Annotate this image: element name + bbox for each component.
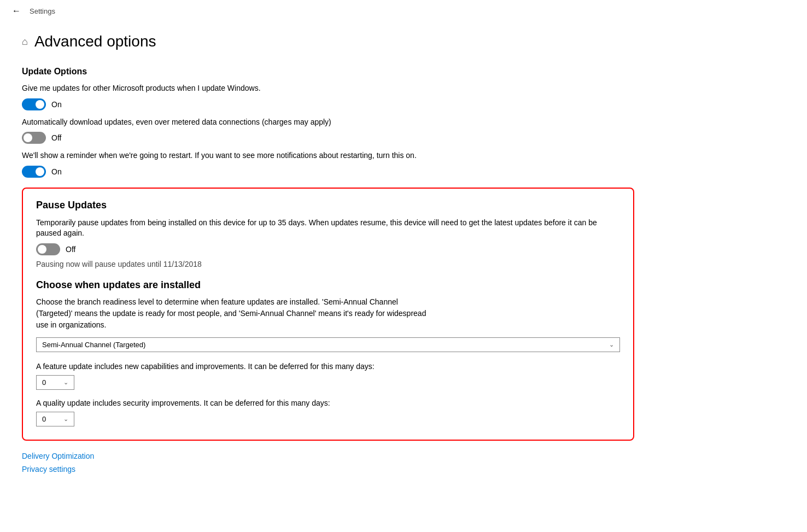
pause-updates-heading: Pause Updates xyxy=(36,200,620,211)
quality-defer-value: 0 xyxy=(42,415,46,423)
pause-toggle-label: Off xyxy=(66,245,75,254)
toggle2-switch[interactable] xyxy=(22,132,46,144)
privacy-settings-link[interactable]: Privacy settings xyxy=(22,465,634,473)
back-icon: ← xyxy=(12,6,21,16)
quality-defer-dropdown[interactable]: 0 ⌄ xyxy=(36,412,74,426)
toggle2-description: Automatically download updates, even ove… xyxy=(22,117,634,128)
branch-channel-dropdown[interactable]: Semi-Annual Channel (Targeted) ⌄ xyxy=(36,337,620,352)
toggle3-track xyxy=(22,166,46,178)
main-content: ⌂ Advanced options Update Options Give m… xyxy=(0,22,656,500)
pause-updates-box: Pause Updates Temporarily pause updates … xyxy=(22,188,634,441)
toggle2-row: Off xyxy=(22,132,634,144)
toggle2-track xyxy=(22,132,46,144)
toggle1-track xyxy=(22,98,46,110)
settings-label: Settings xyxy=(30,7,55,15)
toggle1-switch[interactable] xyxy=(22,98,46,110)
pause-updates-desc: Temporarily pause updates from being ins… xyxy=(36,218,620,239)
page-title: Advanced options xyxy=(34,33,156,50)
toggle1-description: Give me updates for other Microsoft prod… xyxy=(22,83,634,94)
feature-defer-dropdown[interactable]: 0 ⌄ xyxy=(36,375,74,390)
toggle3-row: On xyxy=(22,166,634,178)
pause-date-text: Pausing now will pause updates until 11/… xyxy=(36,260,620,268)
update-options-section: Update Options Give me updates for other… xyxy=(22,67,634,178)
toggle3-switch[interactable] xyxy=(22,166,46,178)
delivery-optimization-link[interactable]: Delivery Optimization xyxy=(22,452,634,460)
feature-defer-desc: A feature update includes new capabiliti… xyxy=(36,362,620,371)
quality-defer-desc: A quality update includes security impro… xyxy=(36,399,620,407)
pause-toggle-row: Off xyxy=(36,243,620,255)
home-icon[interactable]: ⌂ xyxy=(22,36,28,48)
toggle1-thumb xyxy=(36,100,44,109)
toggle2-desc: Automatically download updates, even ove… xyxy=(22,117,634,128)
footer-links: Delivery Optimization Privacy settings xyxy=(22,452,634,473)
page-header: ⌂ Advanced options xyxy=(22,33,634,50)
toggle3-description: We'll show a reminder when we're going t… xyxy=(22,150,634,161)
titlebar: ← Settings xyxy=(0,0,807,22)
pause-toggle-switch[interactable] xyxy=(36,243,60,255)
toggle2-thumb xyxy=(24,133,32,142)
choose-updates-heading: Choose when updates are installed xyxy=(36,279,620,291)
chevron-down-icon-feature: ⌄ xyxy=(63,379,68,386)
toggle3-desc: We'll show a reminder when we're going t… xyxy=(22,150,634,161)
chevron-down-icon: ⌄ xyxy=(609,341,614,348)
toggle3-label: On xyxy=(51,167,62,176)
feature-defer-value: 0 xyxy=(42,378,46,387)
back-button[interactable]: ← xyxy=(9,3,24,19)
toggle3-thumb xyxy=(36,167,44,176)
branch-channel-value: Semi-Annual Channel (Targeted) xyxy=(42,341,145,349)
chevron-down-icon-quality: ⌄ xyxy=(63,416,68,423)
update-options-heading: Update Options xyxy=(22,67,634,77)
pause-toggle-track xyxy=(36,243,60,255)
toggle2-label: Off xyxy=(51,133,61,142)
choose-updates-desc: Choose the branch readiness level to det… xyxy=(36,296,430,331)
toggle1-desc: Give me updates for other Microsoft prod… xyxy=(22,83,634,94)
pause-toggle-thumb xyxy=(38,245,46,254)
toggle1-row: On xyxy=(22,98,634,110)
toggle1-label: On xyxy=(51,100,62,109)
